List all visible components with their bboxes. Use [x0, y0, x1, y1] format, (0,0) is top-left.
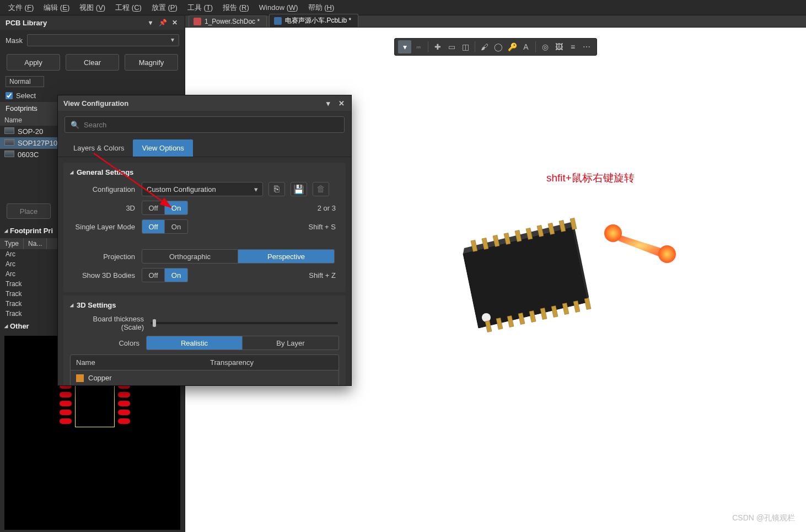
snap-icon[interactable]: ⎓ [412, 40, 425, 53]
3d-on-button[interactable]: On [165, 201, 188, 215]
footprint-name: SOP127P10 [18, 139, 57, 147]
colors-toggle: Realistic By Layer [146, 336, 339, 350]
show3d-off-button[interactable]: Off [142, 268, 165, 282]
pad [118, 410, 130, 415]
3d-hint: 2 or 3 [318, 204, 339, 212]
svg-point-26 [658, 245, 676, 263]
normal-dropdown[interactable]: Normal [6, 76, 44, 87]
menu-edit[interactable]: 编辑 (E) [39, 3, 74, 13]
menu-help[interactable]: 帮助 (H) [303, 3, 340, 13]
circle-icon[interactable]: ◯ [492, 40, 505, 53]
menu-window[interactable]: Window (W) [254, 3, 303, 12]
align-icon[interactable]: ≡ [566, 40, 579, 53]
3d-toggle: Off On [142, 201, 188, 215]
projection-toggle: Orthographic Perspective [142, 249, 335, 264]
image-icon[interactable]: 🖼 [552, 40, 566, 53]
dialog-close-icon[interactable]: ✕ [337, 99, 346, 108]
dashed-rect-icon[interactable]: ◫ [459, 40, 472, 53]
name-col-header[interactable]: Name [71, 355, 205, 370]
type-column[interactable]: Type [0, 238, 24, 249]
layer-row[interactable]: Copper [70, 370, 339, 385]
select-label: Select [16, 92, 36, 100]
thickness-slider[interactable] [151, 322, 338, 324]
filter-icon[interactable]: ▾ [398, 40, 411, 53]
key-icon[interactable]: 🔑 [506, 40, 519, 53]
footprint-name: 0603C [18, 151, 39, 159]
view-configuration-dialog[interactable]: View Configuration ▾ ✕ 🔍 Search Layers &… [57, 95, 352, 386]
menu-report[interactable]: 报告 (R) [218, 3, 254, 13]
name-column[interactable]: Na... [24, 238, 47, 249]
single-on-button[interactable]: On [165, 219, 188, 234]
slider-thumb[interactable] [153, 319, 156, 327]
mask-dropdown[interactable] [27, 34, 179, 46]
watermark: CSDN @孔镜观栏 [732, 513, 795, 523]
button-row: Apply Clear Magnify [0, 51, 185, 76]
board-thickness-label: Board thickness (Scale) [70, 315, 151, 331]
pad [118, 401, 130, 406]
menu-project[interactable]: 工程 (C) [110, 3, 147, 13]
3d-settings-section: 3D Settings Board thickness (Scale) Colo… [63, 295, 346, 385]
vc-tabs: Layers & Colors View Options [58, 138, 351, 157]
clear-button[interactable]: Clear [66, 54, 119, 71]
show-3d-bodies-label: Show 3D Bodies [70, 271, 142, 280]
realistic-button[interactable]: Realistic [146, 336, 243, 350]
delete-config-button[interactable]: 🗑 [313, 182, 329, 196]
pad [60, 392, 72, 397]
tab-label: 电赛声源小车.PcbLib * [285, 16, 351, 25]
svg-marker-24 [614, 233, 666, 257]
document-tab[interactable]: 电赛声源小车.PcbLib * [269, 14, 358, 27]
search-placeholder: Search [84, 121, 106, 129]
menu-file[interactable]: 文件 (F) [3, 3, 39, 13]
single-off-button[interactable]: Off [142, 219, 165, 234]
pad [60, 401, 72, 406]
more-icon[interactable]: ⋯ [580, 40, 593, 53]
crosshair-icon[interactable]: ✚ [431, 40, 444, 53]
transparency-col-header[interactable]: Transparency [205, 355, 338, 370]
reticle-icon[interactable]: ◎ [539, 40, 552, 53]
new-config-button[interactable]: ⎘ [268, 182, 285, 196]
panel-title-text: PCB Library [6, 19, 47, 27]
menubar: 文件 (F) 编辑 (E) 视图 (V) 工程 (C) 放置 (P) 工具 (T… [0, 0, 806, 15]
layer-name: Copper [88, 374, 112, 382]
tab-view-options[interactable]: View Options [133, 139, 192, 157]
dialog-dropdown-icon[interactable]: ▾ [324, 99, 332, 108]
3d-settings-header[interactable]: 3D Settings [70, 301, 339, 309]
3d-label: 3D [70, 204, 142, 212]
layer-table-header: Name Transparency [70, 354, 339, 370]
apply-button[interactable]: Apply [7, 54, 60, 71]
colors-label: Colors [70, 339, 146, 347]
place-button[interactable]: Place [7, 203, 51, 219]
text-icon[interactable]: A [519, 40, 533, 53]
by-layer-button[interactable]: By Layer [243, 336, 339, 350]
mask-label: Mask [6, 36, 23, 45]
menu-tools[interactable]: 工具 (T) [182, 3, 218, 13]
perspective-button[interactable]: Perspective [238, 249, 335, 264]
menu-view[interactable]: 视图 (V) [74, 3, 110, 13]
config-dropdown[interactable]: Custom Configuration [142, 182, 263, 196]
select-checkbox[interactable] [6, 92, 13, 99]
general-settings-header[interactable]: General Settings [70, 168, 339, 176]
panel-dropdown-icon[interactable]: ▾ [146, 18, 155, 27]
panel-pin-icon[interactable]: 📌 [158, 18, 167, 27]
tab-label: 1_Power.SchDoc * [205, 18, 260, 25]
tab-layers-colors[interactable]: Layers & Colors [65, 139, 133, 157]
vc-body: General Settings Configuration Custom Co… [58, 157, 351, 385]
save-config-button[interactable]: 💾 [291, 182, 307, 196]
menu-place[interactable]: 放置 (P) [147, 3, 182, 13]
show-3d-toggle: Off On [142, 268, 188, 282]
rotation-gizmo [602, 223, 678, 263]
orthographic-button[interactable]: Orthographic [142, 249, 238, 264]
show3d-on-button[interactable]: On [165, 268, 188, 282]
search-input[interactable]: 🔍 Search [65, 116, 345, 133]
show3d-hint: Shift + Z [309, 271, 339, 280]
dialog-title-bar[interactable]: View Configuration ▾ ✕ [58, 95, 351, 111]
panel-close-icon[interactable]: ✕ [170, 18, 179, 27]
footprint-name: SOP-20 [18, 127, 43, 136]
layer-color-swatch[interactable] [76, 374, 84, 382]
document-tab[interactable]: 1_Power.SchDoc * [189, 15, 267, 27]
brush-icon[interactable]: 🖌 [478, 40, 491, 53]
magnify-button[interactable]: Magnify [125, 54, 178, 71]
3d-off-button[interactable]: Off [142, 201, 165, 215]
pad [118, 418, 130, 424]
rectangle-icon[interactable]: ▭ [445, 40, 458, 53]
